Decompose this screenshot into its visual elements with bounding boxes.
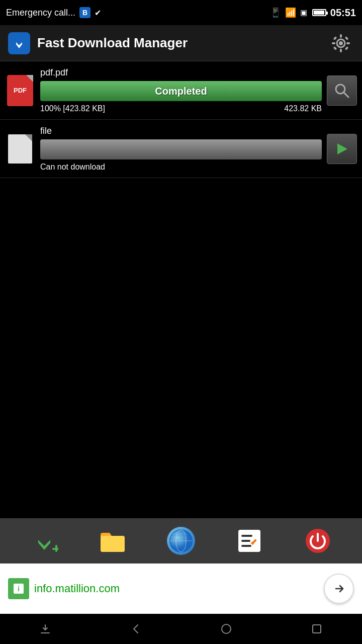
pdf-progress-bar: Completed [40,81,322,101]
ad-bar: i info.matillion.com [0,564,362,614]
svg-marker-0 [16,38,22,48]
pdf-filename: pdf.pdf [40,67,322,78]
nav-down-button[interactable] [25,619,65,639]
nav-bar [0,614,362,644]
nav-down-icon [39,623,51,635]
svg-rect-17 [101,536,125,552]
generic-file-icon-shape [8,134,32,164]
folder-icon [99,529,127,553]
add-download-icon [30,527,58,555]
folder-button[interactable] [95,523,130,558]
file-error-text: Can not download [40,163,322,172]
battery-icon [312,9,326,16]
nav-home-button[interactable] [206,619,246,639]
file-progress-fill [40,139,322,159]
svg-rect-6 [346,42,350,44]
svg-rect-16 [55,545,57,552]
nav-recent-button[interactable] [297,619,337,639]
file-info: file Can not download [40,126,322,172]
app-bar: Fast Download Manager [0,25,362,61]
file-action-button[interactable] [327,134,357,164]
nav-recent-icon [311,623,323,635]
pdf-progress-fill: Completed [40,81,322,101]
checklist-button[interactable] [232,523,267,558]
sim-icon: ▣ [300,8,307,17]
svg-marker-13 [337,143,347,154]
nav-back-button[interactable] [116,619,156,639]
pdf-status-label: Completed [155,86,207,97]
svg-rect-4 [340,49,342,52]
ad-icon: i [8,578,29,599]
settings-button[interactable] [328,30,354,56]
svg-rect-27 [241,535,252,537]
svg-rect-28 [241,540,250,542]
svg-rect-10 [345,46,349,50]
downloads-area: pdf.pdf Completed 100% [423.82 KB] 423.8… [0,61,362,178]
bottom-toolbar [0,518,362,564]
status-bar-right: 📱 📶 ▣ 05:51 [270,7,356,19]
clock: 05:51 [330,7,356,19]
svg-rect-9 [333,46,337,50]
ad-go-button[interactable] [324,574,354,604]
svg-rect-5 [332,42,335,44]
pdf-file-meta: 100% [423.82 KB] 423.82 KB [40,104,322,113]
svg-point-36 [222,624,231,633]
arrow-right-icon [332,582,346,596]
status-bar: Emergency call... B ✔ 📱 📶 ▣ 05:51 [0,0,362,25]
generic-file-icon-container [5,134,35,164]
svg-point-2 [339,41,343,45]
power-icon [304,527,332,555]
checklist-icon [236,528,262,554]
svg-text:i: i [18,585,20,593]
download-arrow-icon [12,36,26,50]
svg-rect-7 [333,36,337,40]
globe-icon [167,527,195,555]
search-icon [333,82,350,99]
add-download-button[interactable] [27,523,62,558]
svg-rect-29 [241,545,251,547]
pdf-progress-text: 100% [423.82 KB] [40,104,105,113]
pdf-icon-shape [7,75,33,106]
svg-marker-14 [38,530,50,550]
app-logo [8,32,30,54]
pdf-size-text: 423.82 KB [284,104,322,113]
file-filename: file [40,126,322,136]
file-progress-bar [40,139,322,159]
signal-icon: ✔ [95,8,101,18]
ad-logo-icon: i [11,581,26,596]
wifi-icon: 📶 [285,7,296,18]
browser-button[interactable] [163,523,199,558]
gear-icon [330,32,352,54]
download-item-pdf: pdf.pdf Completed 100% [423.82 KB] 423.8… [0,61,362,120]
app-title: Fast Download Manager [37,35,328,51]
status-bar-left: Emergency call... B ✔ [6,7,101,18]
pdf-action-button[interactable] [327,75,357,106]
play-icon [334,141,349,156]
carrier-text: Emergency call... [6,8,75,18]
bluetooth-icon: B [79,7,90,18]
power-button[interactable] [300,523,335,558]
phone-icon: 📱 [270,7,281,18]
pdf-file-icon [5,75,35,106]
svg-rect-8 [345,36,349,40]
ad-url-text: info.matillion.com [34,582,319,595]
nav-back-icon [130,623,142,635]
svg-rect-37 [313,625,321,633]
download-item-file: file Can not download [0,120,362,178]
pdf-file-info: pdf.pdf Completed 100% [423.82 KB] 423.8… [40,67,322,113]
nav-home-icon [220,623,232,635]
svg-rect-3 [340,34,342,38]
svg-line-12 [343,92,348,97]
